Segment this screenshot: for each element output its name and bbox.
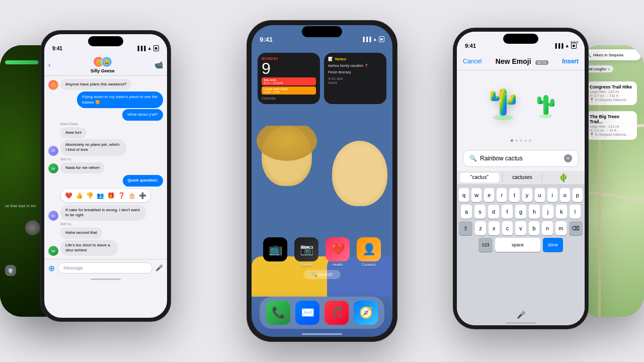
message-row-will-2: W Haha second that Life's too short to l… xyxy=(48,227,163,256)
tapback-row[interactable]: ❤️ 👍 👎 👥 🎁 ❓ 🎂 ➕ xyxy=(61,189,150,202)
app-icons-row: 📺 TV 📷 Camera ❤️ Health 👤 Contacts xyxy=(260,237,384,266)
key-shift[interactable]: ⇧ xyxy=(459,221,472,235)
calendar-event-1: Site visit 10-11 – 10:05AM xyxy=(262,77,316,85)
dynamic-island-messages xyxy=(88,36,123,46)
video-call-icon[interactable]: 📹 xyxy=(154,61,163,69)
add-button[interactable]: ⊕ xyxy=(48,263,55,273)
trail-2-stats: H: 1.3 mi · ↑ 41 ft · xyxy=(590,129,633,132)
key-b[interactable]: b xyxy=(529,221,540,235)
key-r[interactable]: r xyxy=(497,188,507,202)
emoji-cancel-button[interactable]: Cancel xyxy=(463,58,481,65)
outgoing-group: Flying down to my sister's place to see … xyxy=(48,92,163,120)
emoji-search-field[interactable]: 🔍 Rainbow cactus ✕ xyxy=(463,150,579,167)
app-icon-camera[interactable]: 📷 Camera xyxy=(294,237,318,266)
app-icon-tv[interactable]: 📺 TV xyxy=(263,237,287,266)
trail-card-1[interactable]: Congress Trail Hike Loop Hike · 212 mi H… xyxy=(586,81,637,105)
home-bar-emoji xyxy=(506,322,536,324)
suggestion-cactuses[interactable]: cactuses xyxy=(502,173,542,183)
maps-search-bar[interactable]: 🔍 Hikes in Sequoia xyxy=(582,49,641,60)
mic-icon[interactable]: 🎤 xyxy=(155,264,163,272)
tapback-people[interactable]: 👥 xyxy=(97,192,104,199)
dynamic-island-center xyxy=(302,26,342,37)
dock-mail[interactable]: ✉️ xyxy=(295,301,319,325)
phone-emoji: 9:41 ▐▐▐ ▲ ■ Cancel New Emoji BETA Inser… xyxy=(453,28,589,329)
emoji-insert-button[interactable]: Insert xyxy=(562,58,579,65)
wifi-icon: ▲ xyxy=(147,46,152,51)
key-c[interactable]: c xyxy=(502,221,513,235)
tapback-gift[interactable]: 🎁 xyxy=(107,192,115,199)
key-p[interactable]: p xyxy=(573,188,583,202)
msg-bubble-quick: Quick question: xyxy=(123,175,163,186)
key-d[interactable]: d xyxy=(488,205,499,219)
key-g[interactable]: g xyxy=(515,205,526,219)
sender-will-2: Will Xu xyxy=(48,222,163,226)
dot-2 xyxy=(515,139,518,142)
back-button[interactable]: ‹ xyxy=(48,61,51,69)
key-delete[interactable]: ⌫ xyxy=(569,221,583,235)
widget-calendar[interactable]: MONDAY 9 Site visit 10-11 – 10:05AM Lunc… xyxy=(258,53,320,104)
key-k[interactable]: k xyxy=(556,205,567,219)
key-a[interactable]: a xyxy=(461,205,472,219)
key-u[interactable]: u xyxy=(535,188,545,202)
tapback-question[interactable]: ❓ xyxy=(118,192,125,199)
app-icon-health[interactable]: ❤️ Health xyxy=(326,237,350,266)
suggestion-cactus-emoji[interactable]: 🌵 xyxy=(545,173,582,183)
msg-bubble-outgoing-1: Flying down to my sister's place to see … xyxy=(77,92,163,108)
tapback-thumbsup[interactable]: 👍 xyxy=(75,192,83,199)
app-icon-contacts[interactable]: 👤 Contacts xyxy=(357,237,381,266)
dock-safari[interactable]: 🧭 xyxy=(354,301,378,325)
notes-header: 📝 Notes xyxy=(328,57,382,61)
key-123[interactable]: 123 xyxy=(478,238,493,252)
notes-label: Notes xyxy=(328,81,382,84)
key-s[interactable]: s xyxy=(474,205,486,219)
key-w[interactable]: w xyxy=(471,188,481,202)
key-m[interactable]: m xyxy=(555,221,567,235)
battery-icon-center: ■ xyxy=(379,36,384,42)
key-x[interactable]: x xyxy=(489,221,500,235)
dock-phone[interactable]: 📞 xyxy=(266,301,290,325)
key-space[interactable]: space xyxy=(495,238,540,252)
key-e[interactable]: e xyxy=(484,188,494,202)
key-v[interactable]: v xyxy=(515,221,526,235)
suggestion-cactus-quoted[interactable]: "cactus" xyxy=(460,173,499,183)
trail-2-location: 📍 In Sequoia National... xyxy=(590,133,633,137)
status-time-messages: 9:41 xyxy=(52,46,62,51)
health-icon: ❤️ xyxy=(331,243,345,256)
dynamic-island-emoji xyxy=(503,34,538,44)
tapback-thumbsdown[interactable]: 👎 xyxy=(86,192,94,199)
emoji-search-text: Rainbow cactus xyxy=(480,155,561,162)
sender-mark: Mark Disler xyxy=(48,122,163,126)
dock-music[interactable]: 🎵 xyxy=(325,301,349,325)
key-l[interactable]: l xyxy=(570,205,581,219)
clear-search-button[interactable]: ✕ xyxy=(564,154,572,162)
key-i[interactable]: i xyxy=(547,188,557,202)
msg-avatar-cake: M xyxy=(48,211,58,221)
key-y[interactable]: y xyxy=(522,188,532,202)
key-h[interactable]: h xyxy=(529,205,540,219)
svg-rect-4 xyxy=(511,95,516,105)
home-search-bar[interactable]: 🔍 Search xyxy=(303,270,341,279)
tapback-heart[interactable]: ❤️ xyxy=(65,192,72,199)
emoji-title: New Emoji xyxy=(496,57,531,65)
safari-icon: 🧭 xyxy=(359,306,373,319)
key-n[interactable]: n xyxy=(542,221,553,235)
widget-notes[interactable]: 📝 Notes Aarhus family vacation 📍 Finish … xyxy=(324,53,386,104)
key-t[interactable]: t xyxy=(509,188,519,202)
mic-icon-keyboard[interactable]: 🎤 xyxy=(517,311,525,319)
home-indicator-center xyxy=(302,333,342,335)
message-input-field[interactable]: iMessage xyxy=(58,262,152,274)
tapback-cake[interactable]: 🎂 xyxy=(128,192,136,199)
key-z[interactable]: z xyxy=(475,221,486,235)
app-label-health: Health xyxy=(333,263,343,266)
key-done[interactable]: done xyxy=(543,238,563,252)
tapback-plus[interactable]: ➕ xyxy=(139,192,146,199)
signal-icon-emoji: ▐▐▐ xyxy=(554,43,564,48)
trail-card-2[interactable]: The Big Trees Trail... Loop Hike · 212 m… xyxy=(586,111,637,140)
battery-icon: ■ xyxy=(153,45,159,51)
key-j[interactable]: j xyxy=(542,205,553,219)
status-icons-emoji: ▐▐▐ ▲ ■ xyxy=(554,43,577,49)
key-o[interactable]: o xyxy=(560,188,570,202)
key-q[interactable]: q xyxy=(459,188,469,202)
key-f[interactable]: f xyxy=(502,205,513,219)
msg-bubble-haha: Haha second that xyxy=(60,227,102,238)
